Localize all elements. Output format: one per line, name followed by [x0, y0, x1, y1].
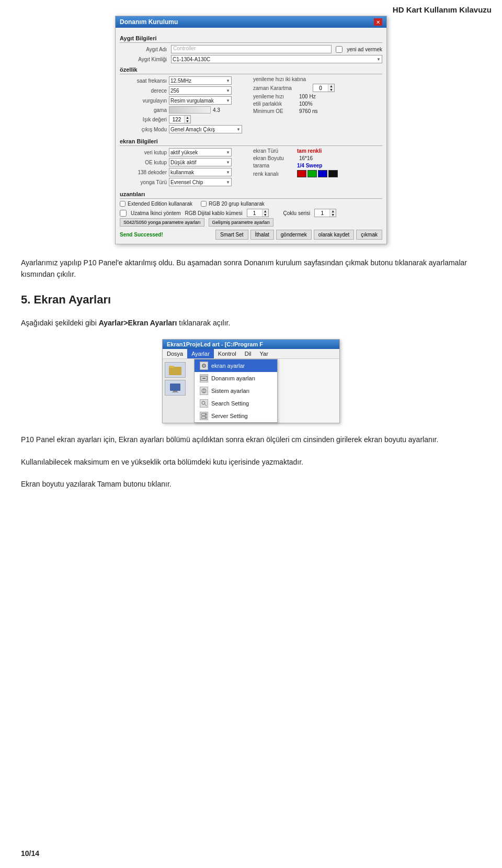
rgb-dijital-btns[interactable]: ▲ ▼ [262, 209, 268, 217]
ekran-bilgileri-section: ekran Bilgileri [120, 138, 382, 146]
zaman-spin-btns[interactable]: ▲ ▼ [328, 84, 334, 92]
system-icon [200, 388, 208, 394]
zaman-karartma-label: zaman Karartma [253, 85, 311, 91]
zaman-spin[interactable]: ▲ ▼ [313, 84, 335, 92]
gelismis-button[interactable]: Gelişmiş parametre ayarları [209, 218, 274, 227]
menu-dosya[interactable]: Dosya [163, 349, 187, 358]
menu-item-label-server: Server Setting [211, 413, 248, 419]
zaman-spin-down[interactable]: ▼ [328, 88, 334, 92]
yenileme-hizi2-label: yenileme hızı [253, 94, 295, 99]
yonga-turu-row: yonga Türü Evrensel Chip ▼ [120, 178, 249, 186]
section-5-intro-text: Aşağıdaki şekildeki gibi [21, 319, 99, 327]
uzatma-checkbox[interactable] [120, 210, 127, 217]
spin-up[interactable]: ▲ [185, 116, 190, 119]
zaman-input[interactable] [313, 84, 328, 92]
coklu-serisi-label: Çoklu serisi [283, 210, 311, 216]
isik-degeri-input[interactable] [169, 116, 184, 123]
svg-point-6 [203, 365, 204, 366]
tarama-label: tarama [253, 163, 295, 168]
menu-screenshot: Ekran1ProjeLed art - [C:/Program F Dosya… [21, 339, 481, 423]
svg-rect-1 [169, 366, 174, 368]
close-button[interactable]: ✕ [374, 18, 382, 26]
coklu-up[interactable]: ▲ [330, 209, 336, 213]
dropdown-arrow: ▼ [376, 57, 381, 62]
menu-sidebar [163, 359, 194, 423]
s042-button[interactable]: S042/S050 yonga parametre ayarları [120, 218, 204, 227]
menu-item-server[interactable]: Server Setting [195, 410, 277, 422]
veri-kutup-dropdown[interactable]: aktif yüksek ▼ [169, 148, 232, 156]
uzatma-row: Uzatma İkinci yöntem RGB Dijital kablo k… [120, 209, 382, 217]
coklu-spin[interactable]: ▲ ▼ [314, 209, 336, 217]
hardware-setup-screenshot: Donanım Kurulumu ✕ Aygıt Bilgileri Aygıt… [21, 16, 481, 244]
isik-degeri-spin[interactable]: ▲ ▼ [169, 115, 191, 123]
zaman-spin-up[interactable]: ▲ [328, 84, 334, 88]
menu-item-search[interactable]: Search Setting [195, 397, 277, 410]
menu-item-donanim[interactable]: Donanım ayarları [195, 372, 277, 385]
menu-titlebar: Ekran1ProjeLed art - [C:/Program F [163, 340, 339, 349]
ekran-right: ekran Türü tam renkli ekran Boyutu 16*16… [253, 148, 382, 188]
section-5-intro: Aşağıdaki şekildeki gibi Ayarlar>Ekran A… [21, 317, 481, 329]
cikmak-button[interactable]: çıkmak [356, 230, 382, 240]
menu-yar[interactable]: Yar [256, 349, 272, 358]
svg-point-15 [205, 414, 206, 415]
gama-slider[interactable] [169, 106, 211, 114]
menu-kontrol[interactable]: Kontrol [214, 349, 241, 358]
s042-row: S042/S050 yonga parametre ayarları Geliş… [120, 218, 382, 227]
aygit-adi-input[interactable]: Controller [171, 45, 332, 53]
page-footer: 10/14 [21, 849, 39, 858]
oe-kutup-dropdown[interactable]: Düşük aktif ▼ [169, 158, 232, 166]
saat-frekansi-dropdown[interactable]: 12.5MHz ▼ [169, 76, 232, 85]
yeni-ad-checkbox[interactable] [336, 46, 343, 53]
spin-down[interactable]: ▼ [185, 119, 190, 123]
minimum-oe-value: 9760 ns [297, 108, 320, 114]
section-5-number: 5. [21, 293, 30, 306]
section-5-bold: Ayarlar>Ekran Ayarları [99, 319, 177, 327]
ithalat-button[interactable]: İthalat [250, 230, 274, 240]
server-icon [200, 412, 208, 420]
color-box-green [307, 170, 317, 177]
cikis-modu-dropdown[interactable]: Genel Amaçlı Çıkış ▼ [169, 125, 242, 133]
derece-value: 256 [170, 88, 179, 94]
menu-dropdown: ekran ayarlar Donanım ayarları [194, 359, 278, 423]
uzantilar-section: uzantıları [120, 191, 382, 199]
menu-dil[interactable]: Dil [241, 349, 256, 358]
rgb-spin-up[interactable]: ▲ [263, 209, 268, 213]
color-box-red [297, 170, 306, 177]
saat-frekansi-value: 12.5MHz [170, 78, 191, 84]
coklu-input[interactable] [315, 209, 329, 217]
isik-spin-btns[interactable]: ▲ ▼ [184, 116, 190, 123]
rgb20-row: RGB 20 grup kullanarak [201, 201, 265, 207]
menu-item-ekran-ayarlar[interactable]: ekran ayarlar [195, 359, 277, 372]
rgb-dijital-spin[interactable]: ▲ ▼ [247, 209, 269, 217]
coklu-down[interactable]: ▼ [330, 213, 336, 217]
extended-label: Extended Edition kullanarak [128, 201, 192, 207]
uzatma-label: Uzatma İkinci yöntem [131, 210, 181, 216]
aygit-bilgileri-section: Aygıt Bilgileri [120, 35, 382, 43]
hw-titlebar: Donanım Kurulumu ✕ [116, 16, 386, 28]
color-box-blue [318, 170, 327, 177]
yenileme-hizi-row: yenileme hızı iki katına [253, 76, 382, 82]
dekoder-dropdown[interactable]: kullanmak ▼ [169, 168, 232, 176]
gondermek-button[interactable]: göndermek [276, 230, 312, 240]
derece-label: derece [120, 88, 167, 94]
smart-set-button[interactable]: Smart Set [215, 230, 248, 240]
gama-value: 4.3 [211, 107, 222, 113]
rgb-dijital-input[interactable] [247, 209, 262, 217]
hw-body: Aygıt Bilgileri Aygıt Adı Controller yen… [116, 28, 386, 244]
rgb20-checkbox[interactable] [201, 201, 207, 207]
rgb-spin-down[interactable]: ▼ [263, 213, 268, 217]
extended-checkbox[interactable] [120, 201, 126, 207]
coklu-spin-btns[interactable]: ▲ ▼ [329, 209, 336, 217]
ekran-left: veri kutup aktif yüksek ▼ OE kutup Düşük… [120, 148, 249, 188]
menu-ayarlar[interactable]: Ayarlar [187, 349, 214, 358]
derece-dropdown[interactable]: 256 ▼ [169, 86, 232, 95]
yenileme-hizi-label: yenileme hızı iki katına [253, 76, 311, 82]
cikis-modu-row: çıkış Modu Genel Amaçlı Çıkış ▼ [120, 125, 249, 133]
aygit-kimligi-dropdown[interactable]: C1-1304-A130C ▼ [171, 55, 382, 63]
menu-item-sistem[interactable]: Sistem ayarları [195, 385, 277, 397]
olarak-kaydet-button[interactable]: olarak kaydet [314, 230, 354, 240]
yonga-turu-dropdown[interactable]: Evrensel Chip ▼ [169, 178, 232, 186]
vurgulayın-dropdown[interactable]: Resim vurgulamak ▼ [169, 96, 232, 105]
aygit-kimligi-value: C1-1304-A130C [173, 57, 210, 62]
ekran-ayarlar-icon [200, 362, 208, 370]
